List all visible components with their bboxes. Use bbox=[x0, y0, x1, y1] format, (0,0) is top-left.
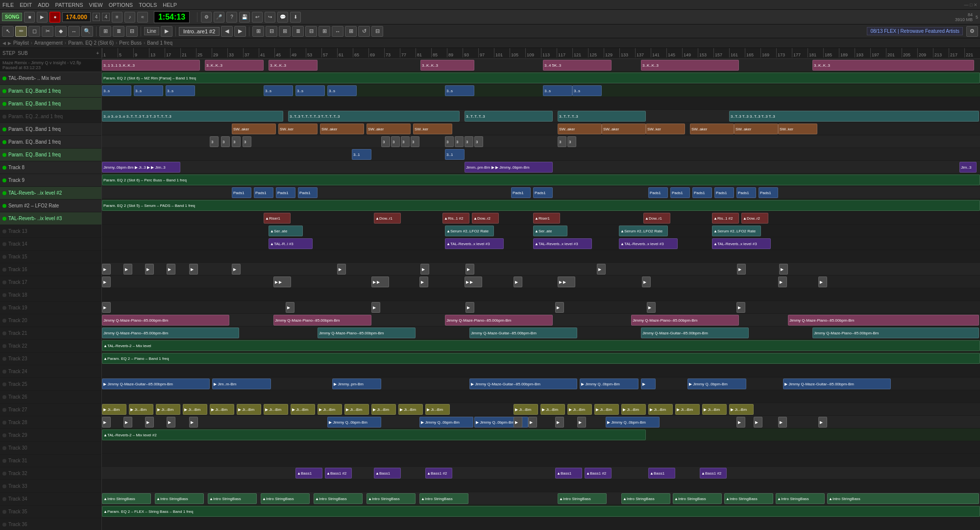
track-label-23[interactable]: Track 23 bbox=[0, 353, 101, 365]
clip-26-2[interactable]: ▶ Jim..m-Bm bbox=[212, 379, 271, 389]
track-row-6[interactable]: SW..aker SW..ker SW..aker SW..aker SW..k… bbox=[102, 123, 980, 135]
track-row-36[interactable]: ▲Param. EQ 2 – FLEX – String Bass – Band… bbox=[102, 505, 980, 518]
clip-6-8[interactable]: SW..ker bbox=[646, 124, 685, 134]
tool-grid-8[interactable]: ⊞ bbox=[345, 26, 357, 37]
clip-28-3[interactable]: ▶ Ji..-Bm bbox=[156, 404, 180, 415]
track-row-29[interactable]: ▶ ▶ ▶ ▶ ▶ ▶ Jimmy Q..0bpm-Bm ▶ Jimmy Q..… bbox=[102, 416, 980, 429]
piano-roll-icon[interactable]: ♪ bbox=[124, 12, 135, 23]
clip-11-6[interactable]: Pads1 bbox=[533, 187, 553, 198]
track-label-21[interactable]: Track 21 bbox=[0, 327, 101, 340]
track-row-37[interactable] bbox=[102, 518, 980, 530]
track-label-25[interactable]: Track 25 bbox=[0, 378, 101, 391]
clip-29-16[interactable]: ▶ bbox=[778, 417, 787, 428]
clip-28-9[interactable]: ▶ Ji..-Bm bbox=[318, 404, 342, 415]
clip-28-17[interactable]: ▶ Ji..-Bm bbox=[594, 404, 619, 415]
tool-grid-1[interactable]: ⊞ bbox=[252, 26, 264, 37]
clip-7-12[interactable]: 3 bbox=[474, 136, 483, 147]
clip-18-4[interactable]: ▶ bbox=[419, 277, 428, 287]
track-row-14[interactable]: ▲Ser..ate ▲Serum #2..LFO2 Rate ▲Ser..ate… bbox=[102, 225, 980, 237]
clip-6-1[interactable]: SW..aker bbox=[232, 124, 276, 134]
track-label-33[interactable]: Track 33 bbox=[0, 480, 101, 493]
clip-20-7[interactable]: ▶ bbox=[736, 302, 745, 313]
clip-35-10[interactable]: ▲Intro StringBass bbox=[673, 493, 722, 504]
track-label-32[interactable]: Track 32 bbox=[0, 467, 101, 480]
clip-17-6[interactable]: ▶ bbox=[232, 264, 241, 275]
track-label-26[interactable]: Track 26 bbox=[0, 391, 101, 404]
clip-35-1[interactable]: ▲Intro StringBass bbox=[102, 493, 151, 504]
clip-20-6[interactable]: ▶ bbox=[647, 302, 656, 313]
clip-14-3[interactable]: ▲Ser..ate bbox=[533, 226, 567, 236]
clip-1-7[interactable]: 3..K..K..3 bbox=[812, 60, 974, 71]
tool-grid-5[interactable]: ⊟ bbox=[305, 26, 317, 37]
clip-3-2[interactable]: 3..s bbox=[134, 85, 163, 96]
track-row-17[interactable]: ▶ ▶ ▶ ▶ ▶ ▶ ▶ ▶ ▶ ▶ ▶ ▶ bbox=[102, 263, 980, 276]
tool-grid-2[interactable]: ⊟ bbox=[266, 26, 277, 37]
clip-28-1[interactable]: ▶ Ji..-Bm bbox=[102, 404, 126, 415]
zoom-tool-button[interactable]: 🔍 bbox=[81, 26, 93, 37]
clip-29-12[interactable]: ▶ bbox=[577, 417, 586, 428]
clip-6-2[interactable]: SW..ker bbox=[278, 124, 318, 134]
mute-tool-button[interactable]: ◆ bbox=[55, 26, 67, 37]
clip-29-5[interactable]: ▶ bbox=[189, 417, 198, 428]
clip-3-4[interactable]: 3..s bbox=[264, 85, 293, 96]
clip-29-6[interactable]: ▶ Jimmy Q..0bpm-Bm bbox=[327, 417, 381, 428]
clip-17-5[interactable]: ▶ bbox=[189, 264, 198, 275]
save-icon[interactable]: 💾 bbox=[239, 12, 250, 23]
clip-7-1[interactable]: 3 bbox=[210, 136, 219, 147]
clip-28-20[interactable]: ▶ Ji..-Bm bbox=[675, 404, 700, 415]
track-label-22[interactable]: Track 22 bbox=[0, 340, 101, 353]
track-row-35[interactable]: ▲Intro StringBass ▲Intro StringBass ▲Int… bbox=[102, 492, 980, 505]
clip-35-7[interactable]: ▲Intro StringBass bbox=[419, 493, 468, 504]
clip-28-16[interactable]: ▶ Ji..-Bm bbox=[567, 404, 592, 415]
clip-29-14[interactable]: ▶ bbox=[736, 417, 745, 428]
track-label-12[interactable]: TAL-Reverb- ..ix level #3 bbox=[0, 212, 101, 225]
clip-17-8[interactable]: ▶ bbox=[420, 264, 429, 275]
bpm-display[interactable]: 174.000 bbox=[62, 12, 90, 22]
track-row-21[interactable]: Jimmy Q-Maze-Piano--85.00bpm-Bm Jimmy Q-… bbox=[102, 314, 980, 327]
track-row-33[interactable]: ▲Bass1 ▲Bass1 #2 ▲Bass1 ▲Bass1 #2 ▲Bass1… bbox=[102, 467, 980, 480]
clip-3-1[interactable]: 3..s bbox=[102, 85, 131, 96]
tool-grid-10[interactable]: ⊟ bbox=[371, 26, 383, 37]
clip-28-14[interactable]: ▶ Ji..-Bm bbox=[514, 404, 538, 415]
select-tool-button[interactable]: ↖ bbox=[2, 26, 14, 37]
clip-26-8[interactable]: ▶ Jimmy Q-Maze-Guitar--85.00bpm-Bm bbox=[783, 379, 891, 389]
clip-33-7[interactable]: ▲Bass1 bbox=[648, 468, 675, 479]
track-row-8[interactable]: 3..1 3..1 bbox=[102, 148, 980, 161]
clip-26-7[interactable]: ▶ Jimmy Q..0bpm-Bm bbox=[687, 379, 746, 389]
play-button[interactable]: ▶ bbox=[37, 12, 48, 23]
clip-9-2[interactable]: Jimm..pm-Bm ▶ ▶ Jimmy..0bpm-Bm bbox=[465, 162, 553, 173]
clip-23-1[interactable]: ▲TAL-Reverb-2 – Mix level bbox=[102, 340, 980, 351]
track-label-28[interactable]: Track 28 bbox=[0, 416, 101, 429]
menu-view[interactable]: VIEW bbox=[89, 2, 103, 8]
track-label-5[interactable]: Param. EQ..Band 1 freq bbox=[0, 123, 101, 136]
clip-18-3[interactable]: ▶ ▶ bbox=[371, 277, 389, 287]
track-label-9[interactable]: Track 9 bbox=[0, 174, 101, 187]
clip-18-6[interactable]: ▶ bbox=[514, 277, 522, 287]
clip-7-8[interactable]: 3 bbox=[411, 136, 419, 147]
track-row-23[interactable]: ▲TAL-Reverb-2 – Mix level bbox=[102, 339, 980, 352]
clip-35-8[interactable]: ▲Intro StringBass bbox=[558, 493, 607, 504]
mixer-settings-icon[interactable]: ⚙ bbox=[966, 26, 978, 37]
left-arrow-icon[interactable]: ◀ bbox=[2, 41, 6, 46]
menu-file[interactable]: FILE bbox=[2, 2, 14, 8]
track-label-20[interactable]: Track 20 bbox=[0, 314, 101, 327]
tool-grid-7[interactable]: ↔ bbox=[332, 26, 343, 37]
line-type-arrow[interactable]: ▶ bbox=[161, 26, 172, 37]
track-row-4[interactable] bbox=[102, 97, 980, 110]
clip-29-2[interactable]: ▶ bbox=[123, 417, 132, 428]
clip-35-6[interactable]: ▲Intro StringBass bbox=[367, 493, 416, 504]
right-arrow-icon[interactable]: ▶ bbox=[8, 41, 11, 46]
pattern-prev-button[interactable]: ◀ bbox=[221, 26, 233, 37]
slip-tool-button[interactable]: ↔ bbox=[68, 26, 80, 37]
clip-11-2[interactable]: Pads1 bbox=[254, 187, 273, 198]
clip-20-4[interactable]: ▶ bbox=[466, 302, 474, 313]
clip-6-5[interactable]: SW..ker bbox=[413, 124, 452, 134]
clip-33-2[interactable]: ▲Bass1 #2 bbox=[325, 468, 352, 479]
clip-5-4[interactable]: 3..T..T..T..3 bbox=[558, 111, 646, 122]
clip-21-4[interactable]: Jimmy Q-Maze-Piano--85.00bpm-Bm bbox=[631, 315, 739, 326]
track-label-7[interactable]: Param. EQ..Band 1 freq bbox=[0, 149, 101, 161]
track-label-6[interactable]: Param. EQ..Band 1 freq bbox=[0, 136, 101, 149]
clip-7-4[interactable]: 3 bbox=[243, 136, 251, 147]
track-row-9[interactable]: Jimmy..0bpm-Bm ▶ Ji..3 ▶ ▶ Jim..3 Jimm..… bbox=[102, 161, 980, 174]
clip-29-13[interactable]: ▶ Jimmy Q..0bpm-Bm bbox=[606, 417, 660, 428]
